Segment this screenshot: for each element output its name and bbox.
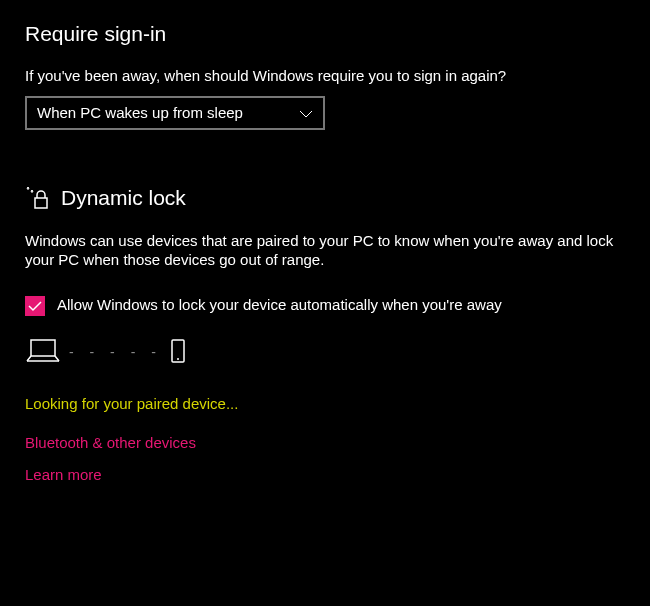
- dynamic-lock-description: Windows can use devices that are paired …: [25, 231, 625, 270]
- phone-icon: [170, 338, 186, 367]
- connection-dashes: - - - - -: [69, 344, 162, 360]
- require-signin-section: Require sign-in If you've been away, whe…: [25, 22, 625, 130]
- checkmark-icon: [28, 300, 42, 312]
- dynamic-lock-icon: [25, 185, 51, 211]
- learn-more-link[interactable]: Learn more: [25, 466, 625, 483]
- svg-rect-0: [35, 198, 47, 208]
- signin-timing-dropdown[interactable]: When PC wakes up from sleep: [25, 96, 325, 130]
- svg-rect-1: [31, 340, 55, 356]
- bluetooth-devices-link[interactable]: Bluetooth & other devices: [25, 434, 625, 451]
- chevron-down-icon: [299, 104, 313, 121]
- dynamic-lock-title: Dynamic lock: [61, 186, 186, 210]
- dynamic-lock-checkbox-row: Allow Windows to lock your device automa…: [25, 295, 625, 316]
- dynamic-lock-header: Dynamic lock: [25, 185, 625, 211]
- pairing-status: Looking for your paired device...: [25, 395, 625, 412]
- dropdown-selected-text: When PC wakes up from sleep: [37, 104, 243, 121]
- dynamic-lock-section: Dynamic lock Windows can use devices tha…: [25, 185, 625, 483]
- require-signin-description: If you've been away, when should Windows…: [25, 66, 625, 86]
- svg-point-3: [177, 358, 179, 360]
- require-signin-title: Require sign-in: [25, 22, 625, 46]
- allow-auto-lock-checkbox[interactable]: [25, 296, 45, 316]
- allow-auto-lock-label: Allow Windows to lock your device automa…: [57, 295, 502, 315]
- laptop-icon: [25, 338, 61, 367]
- device-pairing-diagram: - - - - -: [25, 338, 625, 367]
